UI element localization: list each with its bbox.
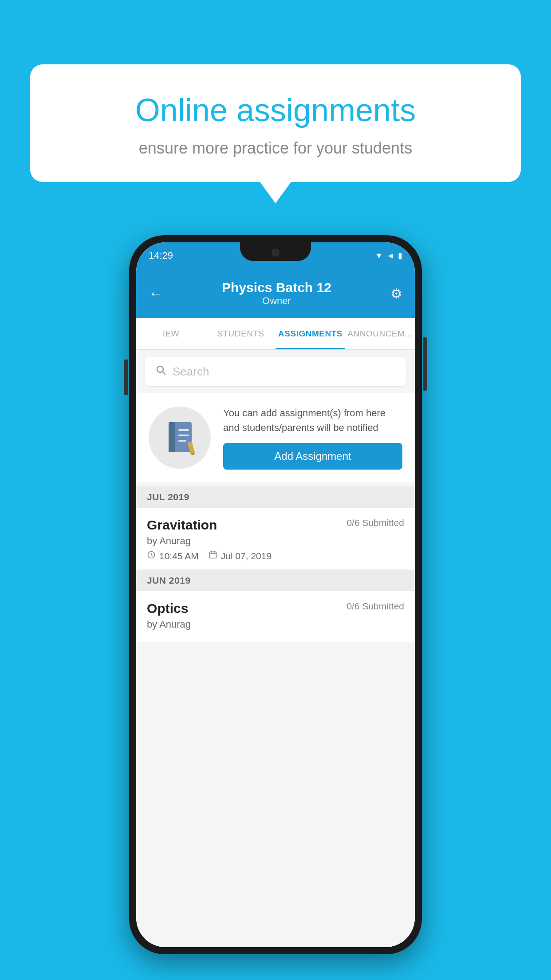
status-icons: ▼ ◄ ▮	[375, 251, 402, 261]
svg-point-0	[157, 366, 163, 372]
assignment-icon-circle	[149, 407, 211, 469]
assignment-by-optics: by Anurag	[147, 619, 404, 630]
calendar-icon	[209, 550, 217, 561]
search-bar[interactable]: Search	[145, 357, 406, 386]
svg-rect-4	[178, 429, 189, 431]
svg-rect-11	[209, 552, 216, 558]
app-bar-subtitle: Owner	[222, 295, 331, 307]
content-area: Search	[136, 350, 415, 947]
assignment-name-gravitation: Gravitation	[147, 518, 217, 533]
assignment-item-top: Gravitation 0/6 Submitted	[147, 518, 404, 533]
settings-icon[interactable]: ⚙	[390, 286, 402, 301]
section-header-jun: JUN 2019	[136, 570, 415, 591]
notebook-icon	[164, 420, 195, 455]
app-bar: ← Physics Batch 12 Owner ⚙	[136, 269, 415, 318]
status-time: 14:29	[149, 250, 173, 261]
battery-icon: ▮	[398, 251, 402, 261]
add-assignment-button[interactable]: Add Assignment	[223, 443, 402, 470]
svg-line-1	[163, 371, 166, 375]
app-bar-center: Physics Batch 12 Owner	[222, 280, 331, 307]
speech-bubble: Online assignments ensure more practice …	[30, 64, 521, 182]
svg-rect-6	[178, 440, 186, 442]
phone-wrapper: 14:29 ▼ ◄ ▮ ← Physics Batch 12 Owner ⚙	[129, 235, 422, 954]
assignment-item-top-optics: Optics 0/6 Submitted	[147, 601, 404, 616]
search-placeholder: Search	[173, 365, 209, 379]
tab-announcements[interactable]: ANNOUNCEM...	[345, 318, 415, 349]
tab-iew[interactable]: IEW	[136, 318, 206, 349]
phone-outer: 14:29 ▼ ◄ ▮ ← Physics Batch 12 Owner ⚙	[129, 235, 422, 954]
add-assignment-card: You can add assignment(s) from here and …	[136, 393, 415, 482]
section-header-jul: JUL 2019	[136, 486, 415, 508]
notch-camera	[272, 249, 279, 257]
back-button[interactable]: ←	[149, 285, 163, 302]
table-row[interactable]: Optics 0/6 Submitted by Anurag	[136, 591, 415, 642]
bubble-subtitle: ensure more practice for your students	[61, 139, 490, 158]
phone-screen: 14:29 ▼ ◄ ▮ ← Physics Batch 12 Owner ⚙	[136, 242, 415, 947]
table-row[interactable]: Gravitation 0/6 Submitted by Anurag	[136, 508, 415, 570]
clock-icon	[147, 550, 156, 561]
add-assignment-right: You can add assignment(s) from here and …	[223, 406, 402, 470]
svg-rect-3	[169, 422, 175, 452]
tabs-container: IEW STUDENTS ASSIGNMENTS ANNOUNCEM...	[136, 318, 415, 350]
assignment-time-gravitation: 10:45 AM	[147, 550, 199, 561]
assignment-date-gravitation: Jul 07, 2019	[209, 550, 272, 561]
bubble-title: Online assignments	[61, 91, 490, 129]
search-icon	[156, 365, 166, 379]
tab-students[interactable]: STUDENTS	[206, 318, 276, 349]
assignment-meta-gravitation: 10:45 AM Jul 07, 201	[147, 550, 404, 561]
signal-icon: ◄	[386, 251, 394, 261]
app-bar-title: Physics Batch 12	[222, 280, 331, 295]
svg-rect-5	[178, 435, 189, 436]
tab-assignments[interactable]: ASSIGNMENTS	[276, 318, 345, 349]
speech-bubble-area: Online assignments ensure more practice …	[30, 64, 521, 182]
assignment-submitted-optics: 0/6 Submitted	[346, 601, 404, 612]
assignment-name-optics: Optics	[147, 601, 188, 616]
assignment-submitted-gravitation: 0/6 Submitted	[346, 518, 404, 528]
assignment-by-gravitation: by Anurag	[147, 535, 404, 547]
wifi-icon: ▼	[375, 251, 383, 261]
add-assignment-description: You can add assignment(s) from here and …	[223, 406, 402, 435]
notch	[240, 242, 311, 261]
